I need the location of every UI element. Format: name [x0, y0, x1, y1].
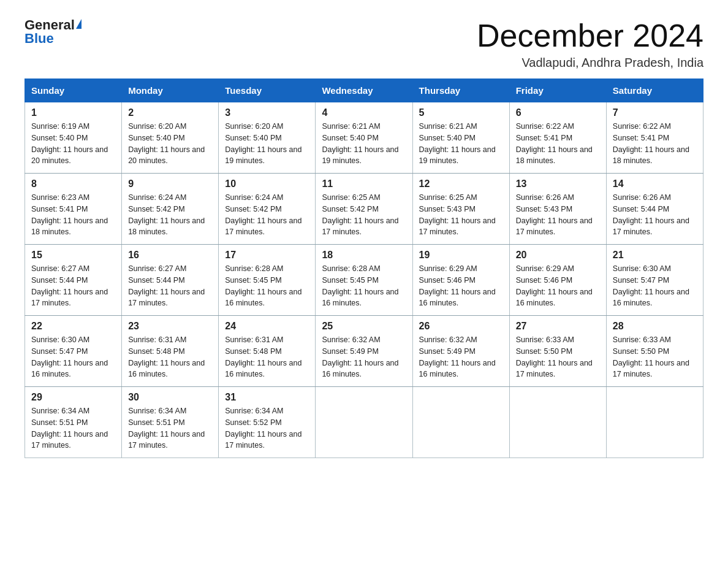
- day-number: 17: [225, 250, 309, 261]
- col-wednesday: Wednesday: [316, 79, 412, 102]
- day-info: Sunrise: 6:21 AMSunset: 5:40 PMDaylight:…: [419, 122, 496, 165]
- day-info: Sunrise: 6:25 AMSunset: 5:43 PMDaylight:…: [419, 193, 496, 236]
- day-cell: 3 Sunrise: 6:20 AMSunset: 5:40 PMDayligh…: [219, 102, 316, 174]
- day-cell: [316, 387, 412, 458]
- logo-general-text: General: [25, 18, 75, 32]
- week-row-1: 1 Sunrise: 6:19 AMSunset: 5:40 PMDayligh…: [25, 102, 703, 174]
- day-number: 10: [225, 178, 309, 190]
- day-info: Sunrise: 6:25 AMSunset: 5:42 PMDaylight:…: [322, 193, 398, 236]
- day-number: 12: [419, 178, 503, 190]
- day-number: 18: [322, 250, 406, 261]
- day-cell: 28 Sunrise: 6:33 AMSunset: 5:50 PMDaylig…: [606, 316, 703, 387]
- day-cell: 31 Sunrise: 6:34 AMSunset: 5:52 PMDaylig…: [219, 387, 316, 458]
- day-cell: 13 Sunrise: 6:26 AMSunset: 5:43 PMDaylig…: [509, 174, 606, 245]
- day-cell: 17 Sunrise: 6:28 AMSunset: 5:45 PMDaylig…: [219, 245, 316, 316]
- day-cell: 18 Sunrise: 6:28 AMSunset: 5:45 PMDaylig…: [316, 245, 412, 316]
- day-number: 30: [128, 392, 212, 403]
- day-info: Sunrise: 6:33 AMSunset: 5:50 PMDaylight:…: [613, 335, 689, 378]
- week-row-3: 15 Sunrise: 6:27 AMSunset: 5:44 PMDaylig…: [25, 245, 703, 316]
- title-block: December 2024 Vadlapudi, Andhra Pradesh,…: [477, 18, 703, 70]
- day-info: Sunrise: 6:28 AMSunset: 5:45 PMDaylight:…: [225, 264, 301, 307]
- day-info: Sunrise: 6:20 AMSunset: 5:40 PMDaylight:…: [225, 122, 301, 165]
- day-number: 15: [31, 250, 115, 261]
- day-info: Sunrise: 6:32 AMSunset: 5:49 PMDaylight:…: [419, 335, 496, 378]
- day-number: 27: [516, 321, 600, 332]
- day-cell: 14 Sunrise: 6:26 AMSunset: 5:44 PMDaylig…: [606, 174, 703, 245]
- day-cell: 25 Sunrise: 6:32 AMSunset: 5:49 PMDaylig…: [316, 316, 412, 387]
- logo-blue-text: Blue: [25, 32, 54, 45]
- day-cell: [412, 387, 509, 458]
- day-number: 14: [613, 178, 697, 190]
- day-info: Sunrise: 6:30 AMSunset: 5:47 PMDaylight:…: [613, 264, 689, 307]
- day-number: 2: [128, 107, 212, 118]
- col-friday: Friday: [509, 79, 606, 102]
- day-number: 13: [516, 178, 600, 190]
- day-number: 11: [322, 178, 406, 190]
- day-number: 6: [516, 107, 600, 118]
- day-info: Sunrise: 6:22 AMSunset: 5:41 PMDaylight:…: [613, 122, 689, 165]
- day-number: 28: [613, 321, 697, 332]
- day-number: 4: [322, 107, 406, 118]
- day-cell: 5 Sunrise: 6:21 AMSunset: 5:40 PMDayligh…: [412, 102, 509, 174]
- day-cell: 12 Sunrise: 6:25 AMSunset: 5:43 PMDaylig…: [412, 174, 509, 245]
- week-row-5: 29 Sunrise: 6:34 AMSunset: 5:51 PMDaylig…: [25, 387, 703, 458]
- day-cell: 23 Sunrise: 6:31 AMSunset: 5:48 PMDaylig…: [122, 316, 219, 387]
- day-cell: 7 Sunrise: 6:22 AMSunset: 5:41 PMDayligh…: [606, 102, 703, 174]
- day-cell: 19 Sunrise: 6:29 AMSunset: 5:46 PMDaylig…: [412, 245, 509, 316]
- day-info: Sunrise: 6:24 AMSunset: 5:42 PMDaylight:…: [128, 193, 205, 236]
- day-number: 16: [128, 250, 212, 261]
- day-info: Sunrise: 6:34 AMSunset: 5:51 PMDaylight:…: [128, 407, 205, 450]
- day-info: Sunrise: 6:33 AMSunset: 5:50 PMDaylight:…: [516, 335, 593, 378]
- day-cell: 15 Sunrise: 6:27 AMSunset: 5:44 PMDaylig…: [25, 245, 122, 316]
- day-info: Sunrise: 6:29 AMSunset: 5:46 PMDaylight:…: [516, 264, 593, 307]
- calendar-title: December 2024: [477, 18, 703, 53]
- col-saturday: Saturday: [606, 79, 703, 102]
- day-info: Sunrise: 6:27 AMSunset: 5:44 PMDaylight:…: [31, 264, 108, 307]
- day-number: 19: [419, 250, 503, 261]
- day-info: Sunrise: 6:28 AMSunset: 5:45 PMDaylight:…: [322, 264, 398, 307]
- day-info: Sunrise: 6:34 AMSunset: 5:51 PMDaylight:…: [31, 407, 108, 450]
- day-info: Sunrise: 6:20 AMSunset: 5:40 PMDaylight:…: [128, 122, 205, 165]
- day-cell: [606, 387, 703, 458]
- day-cell: 2 Sunrise: 6:20 AMSunset: 5:40 PMDayligh…: [122, 102, 219, 174]
- logo-triangle-icon: [76, 19, 82, 29]
- calendar-table: Sunday Monday Tuesday Wednesday Thursday…: [25, 79, 703, 458]
- day-number: 3: [225, 107, 309, 118]
- day-number: 20: [516, 250, 600, 261]
- day-cell: 1 Sunrise: 6:19 AMSunset: 5:40 PMDayligh…: [25, 102, 122, 174]
- day-info: Sunrise: 6:34 AMSunset: 5:52 PMDaylight:…: [225, 407, 301, 450]
- day-cell: 20 Sunrise: 6:29 AMSunset: 5:46 PMDaylig…: [509, 245, 606, 316]
- col-monday: Monday: [122, 79, 219, 102]
- page-header: General Blue December 2024 Vadlapudi, An…: [25, 18, 703, 70]
- day-info: Sunrise: 6:19 AMSunset: 5:40 PMDaylight:…: [31, 122, 108, 165]
- day-number: 31: [225, 392, 309, 403]
- day-info: Sunrise: 6:30 AMSunset: 5:47 PMDaylight:…: [31, 335, 108, 378]
- day-cell: 10 Sunrise: 6:24 AMSunset: 5:42 PMDaylig…: [219, 174, 316, 245]
- col-thursday: Thursday: [412, 79, 509, 102]
- day-cell: 16 Sunrise: 6:27 AMSunset: 5:44 PMDaylig…: [122, 245, 219, 316]
- day-number: 25: [322, 321, 406, 332]
- day-number: 26: [419, 321, 503, 332]
- day-cell: 24 Sunrise: 6:31 AMSunset: 5:48 PMDaylig…: [219, 316, 316, 387]
- day-cell: 30 Sunrise: 6:34 AMSunset: 5:51 PMDaylig…: [122, 387, 219, 458]
- day-info: Sunrise: 6:31 AMSunset: 5:48 PMDaylight:…: [225, 335, 301, 378]
- day-cell: 4 Sunrise: 6:21 AMSunset: 5:40 PMDayligh…: [316, 102, 412, 174]
- day-info: Sunrise: 6:23 AMSunset: 5:41 PMDaylight:…: [31, 193, 108, 236]
- day-number: 9: [128, 178, 212, 190]
- day-number: 8: [31, 178, 115, 190]
- day-info: Sunrise: 6:29 AMSunset: 5:46 PMDaylight:…: [419, 264, 496, 307]
- day-info: Sunrise: 6:27 AMSunset: 5:44 PMDaylight:…: [128, 264, 205, 307]
- header-row: Sunday Monday Tuesday Wednesday Thursday…: [25, 79, 703, 102]
- day-info: Sunrise: 6:32 AMSunset: 5:49 PMDaylight:…: [322, 335, 398, 378]
- day-cell: 11 Sunrise: 6:25 AMSunset: 5:42 PMDaylig…: [316, 174, 412, 245]
- day-cell: 29 Sunrise: 6:34 AMSunset: 5:51 PMDaylig…: [25, 387, 122, 458]
- day-info: Sunrise: 6:22 AMSunset: 5:41 PMDaylight:…: [516, 122, 593, 165]
- day-number: 21: [613, 250, 697, 261]
- day-cell: 21 Sunrise: 6:30 AMSunset: 5:47 PMDaylig…: [606, 245, 703, 316]
- day-number: 23: [128, 321, 212, 332]
- day-cell: 8 Sunrise: 6:23 AMSunset: 5:41 PMDayligh…: [25, 174, 122, 245]
- day-number: 5: [419, 107, 503, 118]
- day-cell: 27 Sunrise: 6:33 AMSunset: 5:50 PMDaylig…: [509, 316, 606, 387]
- day-number: 24: [225, 321, 309, 332]
- week-row-4: 22 Sunrise: 6:30 AMSunset: 5:47 PMDaylig…: [25, 316, 703, 387]
